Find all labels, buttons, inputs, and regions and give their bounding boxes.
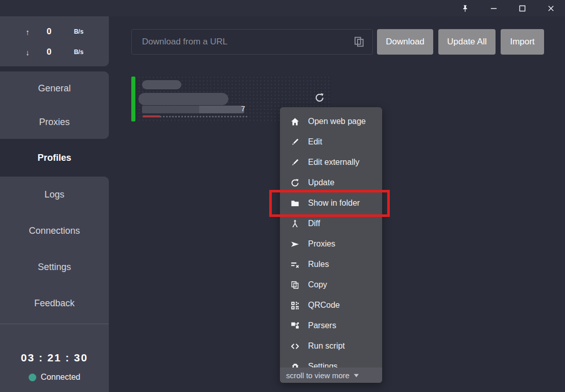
menu-item-label: Edit xyxy=(308,137,322,146)
menu-item-label: Edit externally xyxy=(308,158,360,167)
active-profile-indicator xyxy=(131,77,135,121)
traffic-usage-bar xyxy=(143,115,247,117)
upload-speed: ↑ 0 B/s xyxy=(0,21,109,42)
menu-item-label: Rules xyxy=(308,260,329,269)
download-value: 0 xyxy=(35,47,63,57)
menu-item-show-in-folder[interactable]: Show in folder xyxy=(280,193,382,213)
profile-visible-text: 7 xyxy=(241,105,245,113)
sidebar-item-feedback[interactable]: Feedback xyxy=(0,285,109,322)
upload-value: 0 xyxy=(35,27,63,37)
menu-item-open-web-page[interactable]: Open web page xyxy=(280,111,382,132)
sidebar-gap xyxy=(0,66,109,71)
sidebar-item-proxies[interactable]: Proxies xyxy=(0,105,109,139)
sidebar-divider xyxy=(0,324,109,324)
download-arrow-icon: ↓ xyxy=(20,48,35,57)
home-icon xyxy=(291,117,300,126)
sidebar-nav-top: GeneralProxies xyxy=(0,71,109,139)
traffic-panel: ↑ 0 B/s ↓ 0 B/s xyxy=(0,16,109,66)
redacted-profile-info-segment xyxy=(199,106,244,113)
update-all-button[interactable]: Update All xyxy=(438,29,496,55)
context-menu: Open web pageEditEdit externallyUpdateSh… xyxy=(280,107,382,383)
connection-status: Connected xyxy=(0,373,109,382)
menu-item-label: Run script xyxy=(308,341,345,351)
refresh-icon[interactable] xyxy=(315,93,324,103)
status-dot-icon xyxy=(29,374,36,381)
download-speed: ↓ 0 B/s xyxy=(0,42,109,62)
sidebar-item-general[interactable]: General xyxy=(0,71,109,105)
menu-item-label: Proxies xyxy=(308,239,335,249)
redacted-profile-url xyxy=(138,93,228,105)
pencil-icon xyxy=(291,158,300,167)
scroll-more-label: scroll to view more xyxy=(286,371,349,380)
usage-bar-used xyxy=(143,115,160,117)
maximize-icon[interactable] xyxy=(508,0,536,16)
sidebar-item-profiles[interactable]: Profiles xyxy=(0,139,109,177)
menu-item-edit-externally[interactable]: Edit externally xyxy=(280,152,382,173)
url-input[interactable] xyxy=(131,29,373,55)
menu-item-label: Diff xyxy=(308,219,320,228)
close-icon[interactable] xyxy=(536,0,565,16)
status-label: Connected xyxy=(41,373,80,382)
menu-item-update[interactable]: Update xyxy=(280,173,382,193)
uptime-timer: 03 : 21 : 30 xyxy=(0,352,109,364)
window-controls xyxy=(451,0,565,16)
folder-icon xyxy=(291,199,300,208)
diff-icon xyxy=(291,219,300,228)
chevron-down-icon xyxy=(354,373,359,378)
menu-item-rules[interactable]: Rules xyxy=(280,254,382,275)
sidebar: ↑ 0 B/s ↓ 0 B/s GeneralProxies Profiles … xyxy=(0,16,109,392)
menu-item-label: Copy xyxy=(308,280,327,289)
menu-item-label: Open web page xyxy=(308,117,366,126)
url-input-wrap xyxy=(131,29,373,55)
usage-bar-rest xyxy=(160,116,247,117)
minimize-icon[interactable] xyxy=(479,0,508,16)
rules-icon xyxy=(291,260,300,269)
code-icon xyxy=(291,341,300,351)
sidebar-item-connections[interactable]: Connections xyxy=(0,213,109,249)
send-icon xyxy=(291,239,300,249)
import-button[interactable]: Import xyxy=(501,29,544,55)
menu-item-label: QRCode xyxy=(308,301,340,310)
sidebar-nav-bottom: LogsConnectionsSettingsFeedback 03 : 21 … xyxy=(0,177,109,392)
menu-item-edit[interactable]: Edit xyxy=(280,132,382,152)
qrcode-icon xyxy=(291,301,300,310)
download-unit: B/s xyxy=(63,48,94,56)
menu-item-run-script[interactable]: Run script xyxy=(280,336,382,356)
menu-item-label: Parsers xyxy=(308,321,336,330)
redacted-profile-info xyxy=(142,106,244,113)
pencil-icon xyxy=(291,137,300,146)
refresh-icon xyxy=(291,178,300,187)
menu-item-parsers[interactable]: Parsers xyxy=(280,315,382,336)
copy-icon xyxy=(291,280,300,289)
upload-unit: B/s xyxy=(63,28,94,35)
pin-icon[interactable] xyxy=(451,0,479,16)
menu-item-copy[interactable]: Copy xyxy=(280,275,382,295)
menu-item-diff[interactable]: Diff xyxy=(280,213,382,234)
scroll-to-view-more[interactable]: scroll to view more xyxy=(280,368,382,383)
sidebar-item-logs[interactable]: Logs xyxy=(0,177,109,213)
title-bar xyxy=(0,0,565,16)
parsers-icon xyxy=(291,321,300,330)
menu-item-label: Update xyxy=(308,178,335,187)
menu-item-qrcode[interactable]: QRCode xyxy=(280,295,382,315)
download-button[interactable]: Download xyxy=(377,29,433,55)
sidebar-item-settings[interactable]: Settings xyxy=(0,249,109,285)
copy-icon[interactable] xyxy=(354,36,365,47)
redacted-profile-name xyxy=(142,80,181,89)
menu-item-label: Show in folder xyxy=(308,199,360,208)
menu-item-proxies[interactable]: Proxies xyxy=(280,234,382,254)
upload-arrow-icon: ↑ xyxy=(20,28,35,36)
